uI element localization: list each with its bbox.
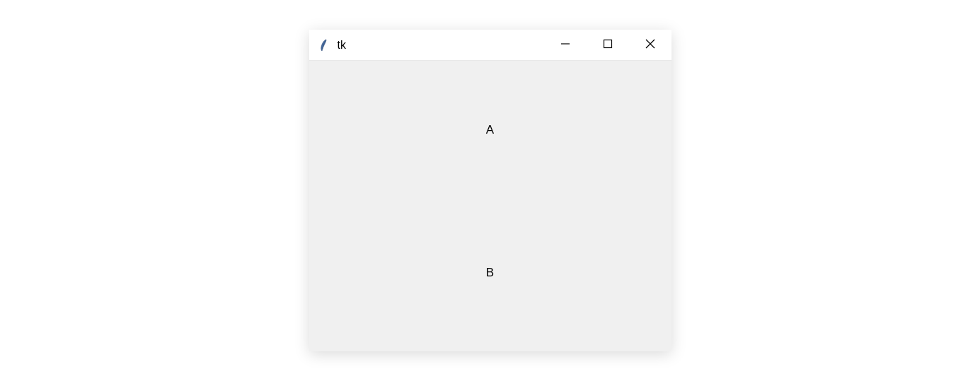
titlebar: tk (309, 30, 671, 61)
maximize-icon (603, 39, 613, 52)
minimize-button[interactable] (544, 30, 587, 60)
svg-rect-1 (604, 40, 611, 47)
label-b: B (486, 266, 494, 280)
maximize-button[interactable] (587, 30, 629, 60)
label-a: A (486, 123, 494, 137)
close-button[interactable] (629, 30, 671, 60)
minimize-icon (560, 39, 570, 52)
app-window: tk (309, 30, 671, 351)
window-title: tk (338, 39, 544, 52)
window-controls (544, 30, 671, 60)
feather-icon (318, 39, 330, 52)
client-area: A B (309, 61, 671, 351)
close-icon (645, 39, 655, 52)
